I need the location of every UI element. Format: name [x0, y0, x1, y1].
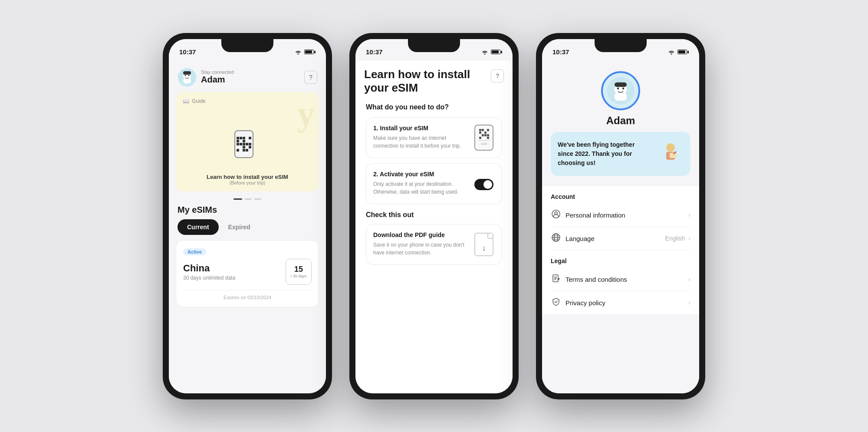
watermark: y [297, 96, 315, 131]
wifi-icon-3 [668, 49, 675, 55]
svg-point-8 [671, 53, 672, 54]
avatar-face-1 [178, 68, 197, 87]
username-label: Adam [201, 75, 225, 84]
privacy-left: Privacy policy [551, 297, 605, 308]
qr-grid [237, 137, 251, 152]
phone-2-content: Learn how to install your eSIM ? What do… [355, 61, 513, 393]
qr-mini [479, 129, 489, 139]
notch-1 [221, 39, 273, 52]
step-2-text: 2. Activate your eSIM Only activate it a… [373, 171, 468, 196]
profile-section: Adam We've been flying together since 20… [542, 61, 699, 183]
terms-icon [551, 274, 561, 285]
phone-1-content: Stay connected Adam ? 📖 Guide y [169, 61, 326, 393]
svg-point-7 [484, 53, 485, 54]
expiry-text: Expires on 03/10/2024 [183, 290, 312, 300]
chevron-personal-icon: › [688, 211, 690, 218]
document-icon [552, 274, 560, 283]
globe-icon [552, 233, 560, 242]
battery-icon-3 [677, 49, 689, 54]
illus-phone [234, 130, 253, 158]
phone-qr-icon: SIM [474, 125, 493, 151]
svg-rect-6 [183, 71, 191, 75]
language-value: English [665, 235, 685, 242]
p2-page-title: Learn how to install your eSIM [364, 68, 477, 95]
toggle-illustration [474, 179, 493, 190]
person-reading-icon [658, 139, 684, 165]
terms-left: Terms and conditions [551, 274, 627, 285]
terms-item[interactable]: Terms and conditions › [551, 268, 690, 291]
phone-1-screen: 10:37 [169, 39, 326, 393]
status-icons-2 [481, 49, 502, 55]
wifi-icon-1 [295, 49, 302, 55]
privacy-label: Privacy policy [566, 299, 605, 307]
privacy-item[interactable]: Privacy policy › [551, 291, 690, 314]
dot-2 [245, 198, 252, 200]
svg-point-4 [185, 75, 186, 76]
svg-point-15 [666, 143, 675, 152]
chevron-privacy-icon: › [688, 299, 690, 306]
download-arrow-icon: ↓ [482, 244, 486, 253]
language-right: English › [665, 235, 690, 242]
avatar-ring [601, 71, 640, 110]
data-info: 30 days unlimited data [183, 275, 235, 281]
svg-point-18 [552, 210, 560, 218]
toggle-knob [483, 180, 492, 189]
active-badge: Active [183, 248, 206, 255]
step-card-2[interactable]: 2. Activate your eSIM Only activate it a… [366, 163, 502, 204]
personal-info-left: Personal information [551, 210, 625, 221]
pdf-text: Download the PDF guide Save it on your p… [373, 231, 468, 257]
notch-2 [408, 39, 460, 52]
phone-2: 10:37 Learn how to install your eSIM ? [349, 33, 519, 399]
wifi-icon-2 [481, 49, 488, 55]
phone-qr-illustration [234, 130, 260, 165]
guide-card[interactable]: 📖 Guide y [176, 92, 319, 191]
status-icons-1 [295, 49, 316, 55]
guide-illustration [183, 130, 312, 165]
pdf-card[interactable]: Download the PDF guide Save it on your p… [366, 224, 502, 265]
country-row: China 30 days unlimited data 15 / 30 day… [183, 259, 312, 285]
chevron-terms-icon: › [688, 276, 690, 283]
status-bar-1: 10:37 [169, 39, 326, 61]
phone-3: 10:37 [536, 33, 705, 399]
help-button-2[interactable]: ? [491, 69, 504, 82]
avatar-face-3 [605, 76, 636, 106]
svg-rect-11 [615, 93, 627, 101]
personal-info-icon [551, 210, 561, 221]
privacy-right: › [688, 299, 690, 306]
esim-card[interactable]: Active China 30 days unlimited data 15 /… [176, 240, 319, 307]
guide-title: Learn how to install your eSIM [183, 174, 312, 180]
account-section-header: Account [551, 186, 690, 204]
account-list: Account Personal information [542, 186, 699, 314]
phone-1: 10:37 [163, 33, 332, 399]
language-label: Language [566, 235, 595, 242]
help-button-1[interactable]: ? [304, 71, 317, 84]
svg-rect-3 [183, 78, 191, 83]
pdf-desc: Save it on your phone in case you don't … [373, 241, 468, 257]
step-card-1[interactable]: 1. Install your eSIM Make sure you have … [366, 117, 502, 158]
step-2-title: 2. Activate your eSIM [373, 171, 468, 178]
p1-header: Stay connected Adam ? [169, 61, 326, 92]
status-icons-3 [668, 49, 689, 55]
battery-icon-1 [304, 49, 316, 54]
p2-question: What do you need to do? [366, 103, 502, 111]
terms-right: › [688, 276, 690, 283]
language-left: Language [551, 233, 595, 244]
loyalty-card: We've been flying together since 2022. T… [551, 132, 690, 176]
battery-icon-2 [491, 49, 502, 54]
tab-current[interactable]: Current [178, 219, 219, 235]
tab-expired[interactable]: Expired [219, 219, 260, 235]
p2-scroll-content: What do you need to do? 1. Install your … [355, 95, 513, 274]
country-info: China 30 days unlimited data [183, 263, 235, 281]
pdf-icon-wrapper: ↓ [473, 231, 495, 257]
loyalty-text: We've been flying together since 2022. T… [558, 140, 636, 168]
personal-info-right: › [688, 211, 690, 218]
svg-rect-14 [615, 82, 627, 87]
country-name: China [183, 263, 235, 274]
svg-point-12 [617, 87, 619, 89]
step-1-icon: SIM [473, 125, 495, 151]
p1-user-info: Stay connected Adam [201, 69, 234, 85]
language-item[interactable]: Language English › [551, 227, 690, 251]
status-bar-2: 10:37 [355, 39, 513, 61]
personal-info-item[interactable]: Personal information › [551, 204, 690, 227]
svg-point-13 [622, 87, 624, 89]
